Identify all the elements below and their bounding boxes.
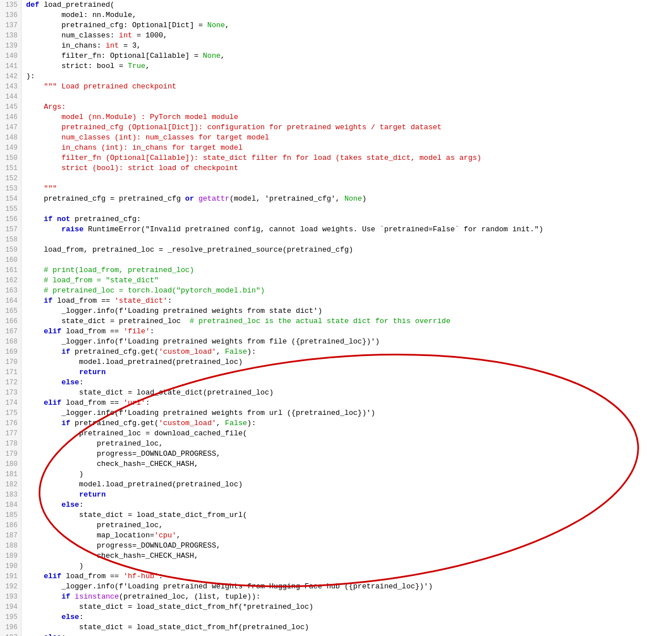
line-number: 184 bbox=[0, 500, 21, 510]
code-line: if pretrained_cfg.get('custom_load', Fal… bbox=[26, 347, 672, 357]
code-line: _logger.info(f'Loading pretrained weight… bbox=[26, 306, 672, 316]
code-line bbox=[26, 255, 672, 265]
code-line: state_dict = pretrained_loc # pretrained… bbox=[26, 316, 672, 327]
code-line: else: bbox=[26, 500, 672, 510]
code-line: def load_pretrained( bbox=[26, 0, 672, 10]
code-line: strict: bool = True, bbox=[26, 61, 672, 71]
code-line: if isinstance(pretrained_loc, (list, tup… bbox=[26, 592, 672, 602]
code-line: else: bbox=[26, 633, 672, 636]
line-number: 163 bbox=[0, 286, 21, 296]
line-number: 193 bbox=[0, 592, 21, 602]
line-number: 177 bbox=[0, 429, 21, 439]
line-number: 197 bbox=[0, 633, 21, 636]
line-numbers: 1351361371381391401411421431441451461471… bbox=[0, 0, 22, 636]
code-line: _logger.info(f'Loading pretrained weight… bbox=[26, 582, 672, 592]
code-line: state_dict = load_state_dict_from_url( bbox=[26, 510, 672, 520]
line-number: 172 bbox=[0, 378, 21, 388]
code-line: check_hash=_CHECK_HASH, bbox=[26, 551, 672, 561]
line-number: 183 bbox=[0, 490, 21, 500]
code-line: if not pretrained_cfg: bbox=[26, 214, 672, 224]
code-line: raise RuntimeError("Invalid pretrained c… bbox=[26, 224, 672, 235]
code-line: elif load_from == 'url': bbox=[26, 398, 672, 408]
code-line: filter_fn (Optional[Callable]): state_di… bbox=[26, 153, 672, 163]
code-content: def load_pretrained( model: nn.Module, p… bbox=[22, 0, 672, 636]
code-line: filter_fn: Optional[Callable] = None, bbox=[26, 51, 672, 61]
code-line: pretrained_loc, bbox=[26, 520, 672, 531]
line-number: 152 bbox=[0, 173, 21, 184]
code-line: model (nn.Module) : PyTorch model module bbox=[26, 112, 672, 122]
line-number: 170 bbox=[0, 357, 21, 367]
code-line: progress=_DOWNLOAD_PROGRESS, bbox=[26, 449, 672, 459]
line-number: 166 bbox=[0, 316, 21, 327]
code-line: if pretrained_cfg.get('custom_load', Fal… bbox=[26, 418, 672, 429]
line-number: 171 bbox=[0, 367, 21, 378]
code-line: ): bbox=[26, 71, 672, 82]
line-number: 181 bbox=[0, 469, 21, 480]
code-line: pretrained_cfg (Optional[Dict]): configu… bbox=[26, 122, 672, 133]
code-line: elif load_from == 'hf-hub': bbox=[26, 571, 672, 582]
code-line: pretrained_cfg = pretrained_cfg or getat… bbox=[26, 194, 672, 204]
code-container: 1351361371381391401411421431441451461471… bbox=[0, 0, 672, 636]
line-number: 173 bbox=[0, 388, 21, 398]
line-number: 195 bbox=[0, 612, 21, 622]
line-number: 176 bbox=[0, 418, 21, 429]
code-line: # load_from = "state_dict" bbox=[26, 275, 672, 286]
code-line: check_hash=_CHECK_HASH, bbox=[26, 459, 672, 469]
code-line: else: bbox=[26, 612, 672, 622]
code-line: """ Load pretrained checkpoint bbox=[26, 82, 672, 92]
code-line: # print(load_from, pretrained_loc) bbox=[26, 265, 672, 275]
line-number: 167 bbox=[0, 327, 21, 337]
code-line: # pretrained_loc = torch.load("pytorch_m… bbox=[26, 286, 672, 296]
code-line: load_from, pretrained_loc = _resolve_pre… bbox=[26, 245, 672, 255]
line-number: 189 bbox=[0, 551, 21, 561]
line-number: 158 bbox=[0, 235, 21, 245]
code-line: model: nn.Module, bbox=[26, 10, 672, 20]
line-number: 165 bbox=[0, 306, 21, 316]
line-number: 192 bbox=[0, 582, 21, 592]
code-line: return bbox=[26, 367, 672, 378]
code-line bbox=[26, 92, 672, 102]
line-number: 149 bbox=[0, 143, 21, 153]
code-line: ) bbox=[26, 561, 672, 571]
line-number: 136 bbox=[0, 10, 21, 20]
code-line: model.load_pretrained(pretrained_loc) bbox=[26, 357, 672, 367]
line-number: 159 bbox=[0, 245, 21, 255]
line-number: 141 bbox=[0, 61, 21, 71]
line-number: 148 bbox=[0, 133, 21, 143]
line-number: 153 bbox=[0, 184, 21, 194]
line-number: 135 bbox=[0, 0, 21, 10]
code-line: strict (bool): strict load of checkpoint bbox=[26, 163, 672, 173]
line-number: 145 bbox=[0, 102, 21, 112]
code-line: elif load_from == 'file': bbox=[26, 327, 672, 337]
line-number: 180 bbox=[0, 459, 21, 469]
line-number: 142 bbox=[0, 71, 21, 82]
line-number: 187 bbox=[0, 531, 21, 541]
line-number: 140 bbox=[0, 51, 21, 61]
code-line: state_dict = load_state_dict_from_hf(pre… bbox=[26, 622, 672, 633]
code-line: ) bbox=[26, 469, 672, 480]
line-number: 160 bbox=[0, 255, 21, 265]
code-line: in_chans (int): in_chans for target mode… bbox=[26, 143, 672, 153]
line-number: 190 bbox=[0, 561, 21, 571]
code-line: pretrained_loc, bbox=[26, 439, 672, 449]
line-number: 146 bbox=[0, 112, 21, 122]
line-number: 188 bbox=[0, 541, 21, 551]
code-line: return bbox=[26, 490, 672, 500]
line-number: 143 bbox=[0, 82, 21, 92]
code-line: if load_from == 'state_dict': bbox=[26, 296, 672, 306]
line-number: 156 bbox=[0, 214, 21, 224]
line-number: 139 bbox=[0, 41, 21, 51]
line-number: 191 bbox=[0, 571, 21, 582]
line-number: 185 bbox=[0, 510, 21, 520]
code-line: state_dict = load_state_dict_from_hf(*pr… bbox=[26, 602, 672, 612]
code-line: _logger.info(f'Loading pretrained weight… bbox=[26, 337, 672, 347]
code-line bbox=[26, 204, 672, 214]
line-number: 147 bbox=[0, 122, 21, 133]
code-line: in_chans: int = 3, bbox=[26, 41, 672, 51]
line-number: 144 bbox=[0, 92, 21, 102]
line-number: 175 bbox=[0, 408, 21, 418]
code-line: num_classes (int): num_classes for targe… bbox=[26, 133, 672, 143]
line-number: 169 bbox=[0, 347, 21, 357]
code-line: else: bbox=[26, 378, 672, 388]
line-number: 196 bbox=[0, 622, 21, 633]
